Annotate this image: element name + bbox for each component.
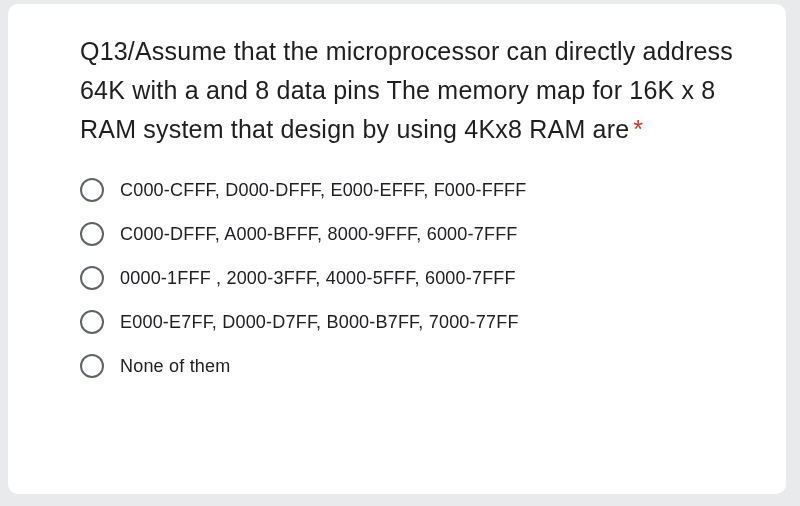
radio-icon [80, 310, 104, 334]
option-0[interactable]: C000-CFFF, D000-DFFF, E000-EFFF, F000-FF… [80, 178, 746, 202]
question-prefix: Q13/ [80, 37, 135, 65]
option-label: E000-E7FF, D000-D7FF, B000-B7FF, 7000-77… [120, 312, 519, 333]
option-label: None of them [120, 356, 230, 377]
radio-icon [80, 222, 104, 246]
option-2[interactable]: 0000-1FFF , 2000-3FFF, 4000-5FFF, 6000-7… [80, 266, 746, 290]
option-label: 0000-1FFF , 2000-3FFF, 4000-5FFF, 6000-7… [120, 268, 516, 289]
required-marker: * [633, 115, 643, 143]
option-label: C000-CFFF, D000-DFFF, E000-EFFF, F000-FF… [120, 180, 526, 201]
option-3[interactable]: E000-E7FF, D000-D7FF, B000-B7FF, 7000-77… [80, 310, 746, 334]
question-text: Q13/Assume that the microprocessor can d… [80, 32, 746, 148]
option-4[interactable]: None of them [80, 354, 746, 378]
question-card: Q13/Assume that the microprocessor can d… [8, 4, 786, 494]
radio-icon [80, 266, 104, 290]
option-label: C000-DFFF, A000-BFFF, 8000-9FFF, 6000-7F… [120, 224, 518, 245]
radio-icon [80, 354, 104, 378]
option-1[interactable]: C000-DFFF, A000-BFFF, 8000-9FFF, 6000-7F… [80, 222, 746, 246]
radio-icon [80, 178, 104, 202]
options-group: C000-CFFF, D000-DFFF, E000-EFFF, F000-FF… [80, 178, 746, 378]
